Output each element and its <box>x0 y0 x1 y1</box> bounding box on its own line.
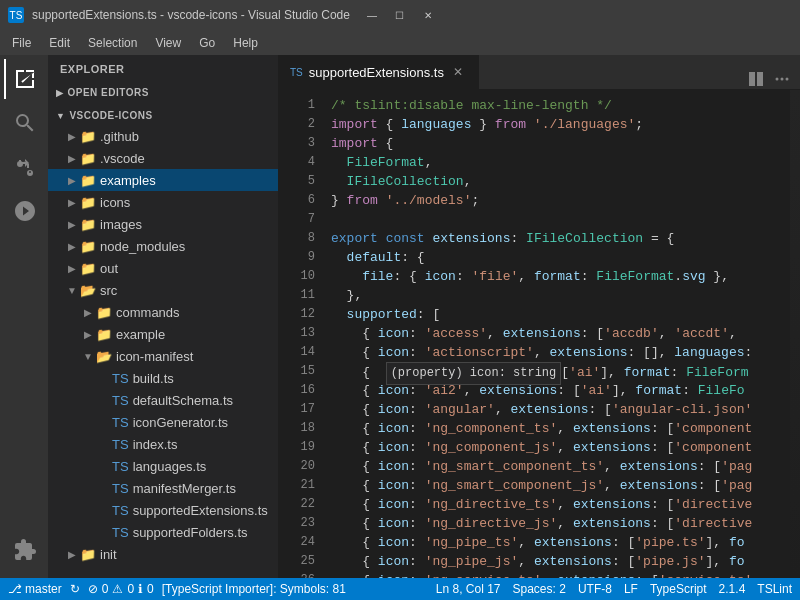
tree-label-build-ts: build.ts <box>133 371 278 386</box>
titlebar: TS supportedExtensions.ts - vscode-icons… <box>0 0 800 30</box>
source-control-activity-btn[interactable] <box>4 147 44 187</box>
sync-icon: ↻ <box>70 582 80 596</box>
code-editor[interactable]: /* tslint:disable max-line-length */ imp… <box>323 90 790 578</box>
tree-item-build-ts[interactable]: TS build.ts <box>48 367 278 389</box>
menu-help[interactable]: Help <box>225 34 266 52</box>
extensions-activity-btn[interactable] <box>4 530 44 570</box>
menu-edit[interactable]: Edit <box>41 34 78 52</box>
warning-count: 0 <box>127 582 134 596</box>
error-count: 0 <box>102 582 109 596</box>
tree-label-node-modules: node_modules <box>100 239 278 254</box>
svg-point-4 <box>786 78 789 81</box>
tree-item-node-modules[interactable]: ▶ 📁 node_modules <box>48 235 278 257</box>
search-activity-btn[interactable] <box>4 103 44 143</box>
close-button[interactable]: ✕ <box>414 0 442 30</box>
tree-item-vscode[interactable]: ▶ 📁 .vscode <box>48 147 278 169</box>
info-icon: ℹ <box>138 582 143 596</box>
tree-item-github[interactable]: ▶ 📁 .github <box>48 125 278 147</box>
importer-status[interactable]: [TypeScript Importer]: Symbols: 81 <box>162 582 346 596</box>
tree-item-icons[interactable]: ▶ 📁 icons <box>48 191 278 213</box>
code-line-20: { icon: 'ng_smart_component_ts', extensi… <box>331 457 790 476</box>
maximize-button[interactable]: ☐ <box>386 0 414 30</box>
cursor-position-status[interactable]: Ln 8, Col 17 <box>436 582 501 596</box>
open-editors-header[interactable]: ▶ OPEN EDITORS <box>48 79 278 102</box>
menu-selection[interactable]: Selection <box>80 34 145 52</box>
tree-item-supported-extensions-ts[interactable]: TS supportedExtensions.ts <box>48 499 278 521</box>
language-status[interactable]: TypeScript <box>650 582 707 596</box>
tree-item-images[interactable]: ▶ 📁 images <box>48 213 278 235</box>
svg-rect-0 <box>749 72 755 86</box>
minimap <box>790 90 800 578</box>
vscode-icons-header[interactable]: ▼ VSCODE-ICONS <box>48 102 278 125</box>
minimize-button[interactable]: — <box>358 0 386 30</box>
tree-item-manifest-merger-ts[interactable]: TS manifestMerger.ts <box>48 477 278 499</box>
tree-item-examples[interactable]: ▶ 📁 examples <box>48 169 278 191</box>
error-icon: ⊘ <box>88 582 98 596</box>
more-tabs-button[interactable] <box>772 69 792 89</box>
tree-item-default-schema-ts[interactable]: TS defaultSchema.ts <box>48 389 278 411</box>
code-container[interactable]: 1 2 3 4 5 6 7 8 9 10 11 12 13 14 15 16 1… <box>278 90 800 578</box>
code-line-6: } from '../models'; <box>331 191 790 210</box>
tree-label-icons: icons <box>100 195 278 210</box>
tree-item-supported-folders-ts[interactable]: TS supportedFolders.ts <box>48 521 278 543</box>
tab-supported-extensions[interactable]: TS supportedExtensions.ts ✕ <box>278 55 479 89</box>
explorer-activity-btn[interactable] <box>4 59 44 99</box>
tree-label-languages-ts: languages.ts <box>133 459 278 474</box>
status-left: ⎇ master ↻ ⊘ 0 ⚠ 0 ℹ 0 [TypeScript Impor… <box>8 582 346 596</box>
tree-item-commands[interactable]: ▶ 📁 commands <box>48 301 278 323</box>
folder-arrow-vscode: ▶ <box>64 153 80 164</box>
folder-arrow-commands: ▶ <box>80 307 96 318</box>
tree-label-examples: examples <box>100 173 278 188</box>
menubar: File Edit Selection View Go Help <box>0 30 800 55</box>
open-editors-label: OPEN EDITORS <box>68 87 149 98</box>
menu-go[interactable]: Go <box>191 34 223 52</box>
app-icon: TS <box>8 7 24 23</box>
errors-warnings-status[interactable]: ⊘ 0 ⚠ 0 ℹ 0 <box>88 582 154 596</box>
tree-item-out[interactable]: ▶ 📁 out <box>48 257 278 279</box>
indentation-status[interactable]: Spaces: 2 <box>513 582 566 596</box>
importer-text: TypeScript Importer]: Symbols: 81 <box>165 582 346 596</box>
git-branch-status[interactable]: ⎇ master <box>8 582 62 596</box>
split-editor-button[interactable] <box>746 69 766 89</box>
tree-item-index-ts[interactable]: TS index.ts <box>48 433 278 455</box>
ts-version-status[interactable]: 2.1.4 <box>719 582 746 596</box>
tree-item-icon-manifest[interactable]: ▼ 📂 icon-manifest <box>48 345 278 367</box>
explorer-header[interactable]: EXPLORER <box>48 55 278 79</box>
open-editors-arrow: ▶ <box>56 88 64 98</box>
code-line-15: { (property) icon: string['ai'], format:… <box>331 362 790 381</box>
code-line-16: { icon: 'ai2', extensions: ['ai'], forma… <box>331 381 790 400</box>
tab-close-button[interactable]: ✕ <box>450 65 466 79</box>
svg-point-2 <box>776 78 779 81</box>
tree-item-icon-generator-ts[interactable]: TS iconGenerator.ts <box>48 411 278 433</box>
tree-item-languages-ts[interactable]: TS languages.ts <box>48 455 278 477</box>
sync-status[interactable]: ↻ <box>70 582 80 596</box>
tree-item-example[interactable]: ▶ 📁 example <box>48 323 278 345</box>
tree-item-src[interactable]: ▼ 📂 src <box>48 279 278 301</box>
folder-arrow-init: ▶ <box>64 549 80 560</box>
tree-label-default-schema-ts: defaultSchema.ts <box>133 393 278 408</box>
tslint-status[interactable]: TSLint <box>757 582 792 596</box>
tree-label-supported-folders-ts: supportedFolders.ts <box>133 525 278 540</box>
explorer-label: EXPLORER <box>60 63 125 75</box>
folder-arrow-images: ▶ <box>64 219 80 230</box>
folder-arrow-icons: ▶ <box>64 197 80 208</box>
folder-arrow-icon-manifest: ▼ <box>80 351 96 362</box>
git-branch-icon: ⎇ <box>8 582 22 596</box>
code-line-3: import { <box>331 134 790 153</box>
folder-arrow-github: ▶ <box>64 131 80 142</box>
line-numbers: 1 2 3 4 5 6 7 8 9 10 11 12 13 14 15 16 1… <box>278 90 323 578</box>
code-line-23: { icon: 'ng_directive_js', extensions: [… <box>331 514 790 533</box>
menu-file[interactable]: File <box>4 34 39 52</box>
tree-label-manifest-merger-ts: manifestMerger.ts <box>133 481 278 496</box>
debug-activity-btn[interactable] <box>4 191 44 231</box>
tree-item-init[interactable]: ▶ 📁 init <box>48 543 278 565</box>
tree-label-commands: commands <box>116 305 278 320</box>
menu-view[interactable]: View <box>147 34 189 52</box>
activitybar <box>0 55 48 578</box>
statusbar: ⎇ master ↻ ⊘ 0 ⚠ 0 ℹ 0 [TypeScript Impor… <box>0 578 800 600</box>
code-line-1: /* tslint:disable max-line-length */ <box>331 96 790 115</box>
line-ending-status[interactable]: LF <box>624 582 638 596</box>
encoding-status[interactable]: UTF-8 <box>578 582 612 596</box>
code-line-18: { icon: 'ng_component_ts', extensions: [… <box>331 419 790 438</box>
tree-label-images: images <box>100 217 278 232</box>
